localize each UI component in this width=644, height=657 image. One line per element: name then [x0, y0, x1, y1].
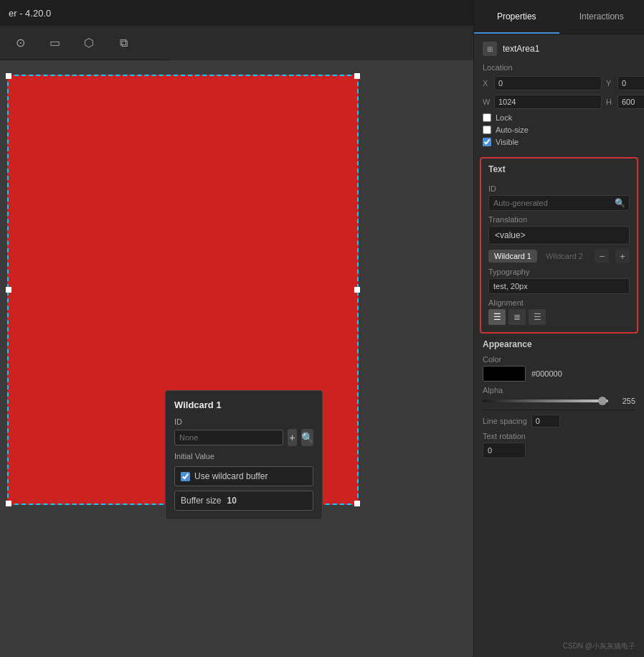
- canvas-content: Wildcard 1 ID + 🔍 Initial Value Use wild…: [0, 60, 473, 657]
- align-left-btn[interactable]: ☰: [488, 309, 506, 325]
- component-type-icon: ⊞: [483, 42, 497, 56]
- lock-label: Lock: [496, 113, 512, 122]
- align-right-btn[interactable]: ☰: [529, 309, 546, 325]
- visible-checkbox[interactable]: [483, 138, 491, 146]
- wildcard-id-input[interactable]: [174, 430, 283, 445]
- appearance-section: Appearance Color #000000 Alpha 255 Line …: [474, 339, 644, 464]
- line-spacing-row: Line spacing: [483, 415, 635, 427]
- y-input[interactable]: [617, 76, 644, 90]
- alignment-row: ☰ ≣ ☰: [488, 309, 630, 325]
- appearance-title: Appearance: [483, 339, 635, 349]
- tab-properties[interactable]: Properties: [474, 0, 559, 34]
- handle-bot-right[interactable]: [354, 501, 360, 506]
- translation-label: Translation: [488, 215, 630, 224]
- visible-label: Visible: [496, 138, 518, 146]
- handle-bot-left[interactable]: [6, 501, 11, 506]
- color-row: #000000: [483, 366, 635, 382]
- wildcard-add-btn[interactable]: +: [615, 249, 630, 263]
- buffer-size-value: 10: [227, 496, 236, 506]
- wildcard-buffer-row: Use wildcard buffer: [174, 466, 313, 486]
- x-label: X: [483, 79, 491, 88]
- color-swatch[interactable]: [483, 366, 526, 382]
- component-id-section: ⊞ textArea1 Location X Y W H: [474, 34, 644, 157]
- alignment-label: Alignment: [488, 298, 630, 307]
- wildcard-id-label: ID: [174, 417, 313, 426]
- w-field: W: [483, 95, 602, 109]
- text-rotation-input[interactable]: [483, 443, 526, 458]
- line-spacing-input[interactable]: [531, 415, 560, 427]
- alpha-label: Alpha: [483, 386, 635, 394]
- divider-1: [483, 410, 635, 410]
- text-section-title: Text: [481, 159, 637, 177]
- toolbar: ⊙ ▭ ⬡ ⧉: [0, 26, 171, 60]
- panel-tabs: Properties Interactions: [474, 0, 644, 34]
- alpha-slider-track[interactable]: [483, 400, 608, 402]
- wildcard-id-add-btn[interactable]: +: [288, 429, 297, 446]
- handle-top-right[interactable]: [354, 73, 360, 79]
- tool-icon-1[interactable]: ▭: [43, 32, 66, 55]
- right-panel: Properties Interactions ⊞ textArea1 Loca…: [473, 0, 644, 657]
- y-label: Y: [606, 79, 615, 88]
- handle-mid-right[interactable]: [354, 287, 360, 293]
- handle-top-left[interactable]: [6, 73, 11, 79]
- alpha-slider-row: 255: [483, 397, 635, 405]
- wildcard-tabs-row: Wildcard 1 Wildcard 2 − +: [488, 249, 630, 263]
- color-label: Color: [483, 355, 635, 364]
- text-rotation-label: Text rotation: [483, 432, 635, 440]
- y-field: Y: [606, 76, 644, 90]
- align-center-btn[interactable]: ≣: [508, 309, 526, 325]
- lock-checkbox[interactable]: [483, 113, 491, 122]
- component-name: textArea1: [503, 44, 539, 54]
- wildcard-tab-2[interactable]: Wildcard 2: [540, 250, 589, 263]
- wildcard-id-row: + 🔍: [174, 429, 313, 446]
- tab-interactions[interactable]: Interactions: [559, 0, 645, 34]
- text-id-input[interactable]: [488, 195, 630, 211]
- location-grid: X Y W H: [483, 76, 635, 109]
- buffer-size-row: Buffer size 10: [174, 491, 313, 511]
- wildcard-id-search-btn[interactable]: 🔍: [301, 429, 313, 446]
- wildcard-popup: Wildcard 1 ID + 🔍 Initial Value Use wild…: [165, 390, 323, 520]
- typography-input[interactable]: [488, 278, 630, 294]
- use-wildcard-buffer-label: Use wildcard buffer: [194, 471, 268, 481]
- lock-row: Lock: [483, 113, 635, 122]
- w-label: W: [483, 98, 491, 106]
- h-input[interactable]: [617, 95, 644, 109]
- wildcard-initial-value-label: Initial Value: [174, 452, 313, 460]
- buffer-size-label: Buffer size: [181, 496, 221, 506]
- alpha-value: 255: [614, 397, 635, 405]
- use-wildcard-buffer-checkbox[interactable]: [181, 472, 190, 481]
- alpha-slider-thumb[interactable]: [598, 397, 607, 405]
- component-id-row: ⊞ textArea1: [483, 42, 635, 56]
- tool-icon-0[interactable]: ⊙: [9, 32, 32, 55]
- color-hex: #000000: [531, 369, 562, 378]
- x-input[interactable]: [494, 76, 602, 90]
- text-section: Text ID 🔍 Translation <value> Wildcard 1…: [480, 157, 638, 334]
- translation-field[interactable]: <value>: [488, 226, 630, 245]
- wildcard-popup-title: Wildcard 1: [174, 400, 313, 410]
- autosize-row: Auto-size: [483, 126, 635, 134]
- text-id-field: 🔍: [488, 195, 630, 211]
- handle-mid-left[interactable]: [6, 287, 11, 293]
- x-field: X: [483, 76, 602, 90]
- app-title: er - 4.20.0: [9, 8, 51, 19]
- wildcard-tab-1[interactable]: Wildcard 1: [488, 250, 537, 263]
- visible-row: Visible: [483, 138, 635, 146]
- autosize-checkbox[interactable]: [483, 126, 491, 134]
- w-input[interactable]: [494, 95, 602, 109]
- tool-icon-3[interactable]: ⧉: [112, 32, 135, 55]
- text-id-search-icon[interactable]: 🔍: [615, 198, 625, 208]
- tool-icon-2[interactable]: ⬡: [77, 32, 100, 55]
- location-section-label: Location: [483, 63, 635, 72]
- canvas-area: Wildcard 1 ID + 🔍 Initial Value Use wild…: [0, 60, 473, 657]
- wildcard-remove-btn[interactable]: −: [595, 249, 609, 263]
- text-id-label: ID: [488, 184, 630, 193]
- typography-label: Typography: [488, 268, 630, 276]
- line-spacing-label: Line spacing: [483, 417, 527, 425]
- text-section-body: ID 🔍 Translation <value> Wildcard 1 Wild…: [481, 177, 637, 332]
- h-field: H: [606, 95, 644, 109]
- autosize-label: Auto-size: [496, 126, 529, 134]
- h-label: H: [606, 98, 615, 106]
- watermark: CSDN @小灰灰搞电子: [563, 641, 635, 651]
